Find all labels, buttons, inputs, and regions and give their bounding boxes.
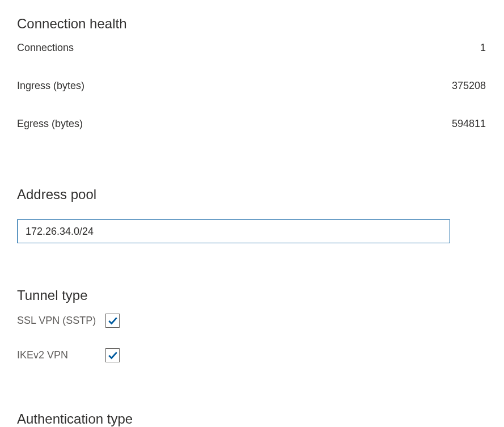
egress-label: Egress (bytes)	[17, 118, 83, 130]
sstp-label: SSL VPN (SSTP)	[17, 315, 105, 327]
sstp-checkbox[interactable]	[105, 314, 120, 328]
sstp-row: SSL VPN (SSTP)	[17, 314, 487, 328]
ikev2-label: IKEv2 VPN	[17, 349, 105, 361]
address-pool-input[interactable]	[17, 219, 450, 243]
checkmark-icon	[108, 350, 118, 361]
egress-value: 594811	[452, 118, 486, 130]
ikev2-checkbox[interactable]	[105, 348, 120, 362]
ingress-value: 375208	[452, 80, 486, 92]
address-pool-heading: Address pool	[17, 187, 487, 202]
authentication-type-section: Authentication type Azure certificate RA…	[17, 411, 487, 427]
authentication-type-heading: Authentication type	[17, 411, 487, 427]
connections-value: 1	[480, 42, 486, 54]
ingress-row: Ingress (bytes) 375208	[17, 80, 487, 92]
ikev2-row: IKEv2 VPN	[17, 348, 487, 362]
tunnel-type-heading: Tunnel type	[17, 288, 487, 303]
checkmark-icon	[108, 316, 118, 326]
connection-health-section: Connection health Connections 1 Ingress …	[17, 16, 487, 130]
tunnel-type-section: Tunnel type SSL VPN (SSTP) IKEv2 VPN	[17, 288, 487, 362]
connections-label: Connections	[17, 42, 74, 54]
connections-row: Connections 1	[17, 42, 487, 54]
connection-health-heading: Connection health	[17, 16, 487, 32]
address-pool-section: Address pool	[17, 187, 487, 243]
egress-row: Egress (bytes) 594811	[17, 118, 487, 130]
ingress-label: Ingress (bytes)	[17, 80, 84, 92]
